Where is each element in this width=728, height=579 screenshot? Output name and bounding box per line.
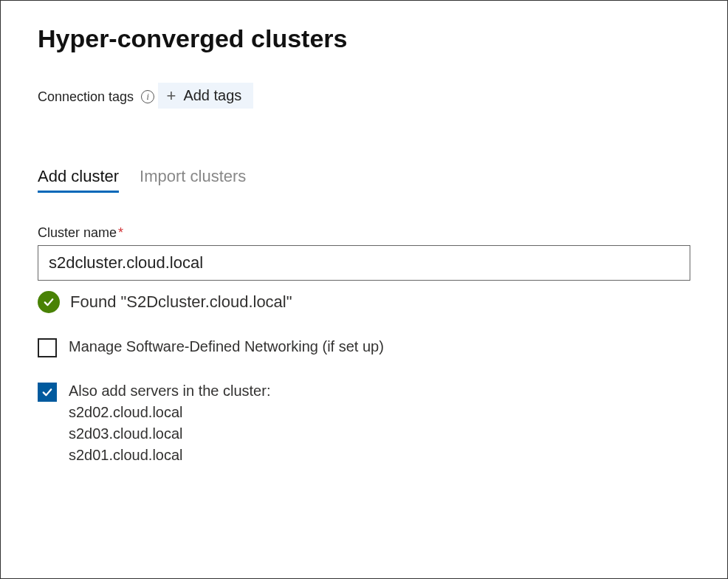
info-icon[interactable]: i [141,90,154,103]
server-item: s2d02.cloud.local [69,404,270,421]
page-title: Hyper-converged clusters [38,24,690,53]
tab-import-clusters[interactable]: Import clusters [140,167,246,193]
required-asterisk: * [118,225,123,240]
success-icon [38,291,60,313]
connection-tags-text: Connection tags [38,89,134,105]
tabs: Add cluster Import clusters [38,167,690,193]
sdn-label: Manage Software-Defined Networking (if s… [69,338,384,355]
connection-tags-label: Connection tags i [38,89,154,105]
sdn-row: Manage Software-Defined Networking (if s… [38,338,690,357]
status-message: Found "S2Dcluster.cloud.local" [70,292,292,312]
add-servers-row: Also add servers in the cluster: s2d02.c… [38,383,690,464]
cluster-name-label-text: Cluster name [38,225,117,240]
add-servers-block: Also add servers in the cluster: s2d02.c… [69,383,270,464]
server-item: s2d01.cloud.local [69,447,270,464]
status-row: Found "S2Dcluster.cloud.local" [38,291,690,313]
add-tags-label: Add tags [183,87,241,104]
cluster-name-label: Cluster name* [38,225,690,241]
add-tags-button[interactable]: + Add tags [158,83,254,109]
plus-icon: + [167,88,176,104]
sdn-checkbox[interactable] [38,338,57,357]
add-servers-checkbox[interactable] [38,383,57,402]
server-item: s2d03.cloud.local [69,425,270,442]
tab-add-cluster[interactable]: Add cluster [38,167,119,193]
add-servers-label: Also add servers in the cluster: [69,383,270,400]
cluster-name-input[interactable] [38,245,690,281]
